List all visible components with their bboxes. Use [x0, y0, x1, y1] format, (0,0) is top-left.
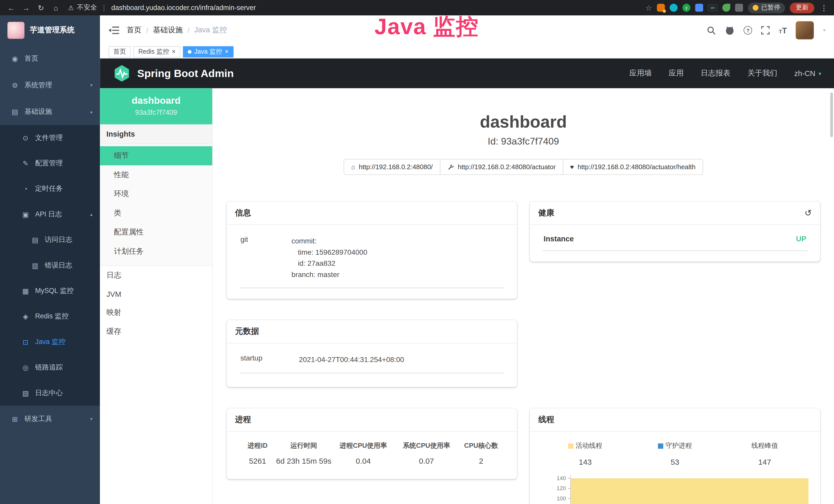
fullscreen-icon[interactable] [761, 26, 770, 35]
tabs-bar: 首页 Redis 监控 × Java 监控 × [100, 45, 834, 59]
extension-icon-on-switch[interactable]: on [708, 4, 717, 11]
health-url: http://192.168.0.2:48080/actuator/health [578, 163, 696, 171]
sba-language-select[interactable]: zh-CN ▾ [794, 69, 821, 77]
home-icon[interactable]: ⌂ [50, 2, 62, 14]
extension-icon-drop[interactable] [670, 4, 678, 12]
extension-icon-leaf[interactable] [722, 4, 730, 12]
sba-item-details[interactable]: 细节 [100, 146, 212, 165]
user-avatar[interactable] [796, 21, 814, 39]
sidebar-item-log-center[interactable]: ▧ 日志中心 [0, 380, 100, 406]
breadcrumb-home[interactable]: 首页 [127, 25, 141, 35]
tab-java-monitor[interactable]: Java 监控 × [183, 46, 233, 57]
timer-icon: ◔ [21, 185, 30, 193]
card-title: 信息 [226, 202, 517, 225]
file-icon: ⊙ [21, 134, 30, 142]
sba-brand[interactable]: Spring Boot Admin [113, 65, 234, 83]
extension-icon-grid[interactable] [695, 4, 703, 12]
reload-icon[interactable]: ↻ [35, 2, 47, 14]
config-icon: ✎ [21, 159, 30, 167]
breadcrumb-current: Java 监控 [194, 25, 227, 35]
sba-item-caches[interactable]: 缓存 [100, 322, 212, 342]
health-row-instance: Instance UP [543, 233, 807, 251]
sba-item-logs[interactable]: 日志 [100, 266, 212, 285]
sba-item-config-props[interactable]: 配置属性 [100, 223, 212, 242]
health-url-button[interactable]: ♥ http://192.168.0.2:48080/actuator/heal… [563, 159, 703, 175]
browser-update-button[interactable]: 更新 [790, 2, 814, 13]
sba-item-environment[interactable]: 环境 [100, 185, 212, 204]
sba-nav-about[interactable]: 关于我们 [747, 69, 777, 78]
help-icon[interactable]: ? [744, 26, 752, 35]
sba-item-jvm[interactable]: JVM [100, 285, 212, 303]
extensions-puzzle-icon[interactable] [735, 4, 743, 12]
main-column: 首页 / 基础设施 / Java 监控 [100, 16, 834, 504]
close-icon[interactable]: × [172, 48, 176, 55]
sidebar-item-error-logs[interactable]: ▥ 错误日志 [0, 253, 100, 278]
sba-item-mappings[interactable]: 映射 [100, 303, 212, 322]
sidebar-item-access-logs[interactable]: ▤ 访问日志 [0, 227, 100, 252]
history-icon[interactable]: ↺ [805, 208, 812, 218]
avatar-caret-icon[interactable]: ▾ [823, 28, 825, 33]
sba-nav-applications[interactable]: 应用 [669, 69, 684, 78]
sidebar-item-config-management[interactable]: ✎ 配置管理 [0, 151, 100, 176]
legend-label: 活动线程 [576, 441, 602, 450]
daemon-threads-value: 53 [630, 458, 720, 466]
url-text[interactable]: dashboard.yudao.iocoder.cn/infra/admin-s… [111, 4, 256, 12]
metadata-value: 2021-04-27T00:44:31.254+08:00 [299, 354, 503, 365]
sidebar-item-java-monitor[interactable]: ⊡ Java 监控 [0, 329, 100, 354]
chevron-up-icon: ▴ [90, 211, 92, 217]
redis-icon: ◈ [21, 313, 30, 320]
sba-item-classes[interactable]: 类 [100, 204, 212, 223]
git-time-line: time: 1596289704000 [291, 247, 503, 258]
sidebar-item-redis-monitor[interactable]: ◈ Redis 监控 [0, 303, 100, 329]
browser-menu-icon[interactable]: ⋮ [819, 3, 829, 12]
sba-nav-links: 应用墙 应用 日志报表 关于我们 zh-CN ▾ [629, 69, 821, 78]
browser-nav: ← → ↻ ⌂ [5, 2, 62, 14]
tab-label: 首页 [113, 47, 126, 56]
breadcrumb-infrastructure[interactable]: 基础设施 [153, 25, 183, 35]
metadata-card-body: startup 2021-04-27T00:44:31.254+08:00 [226, 344, 517, 387]
back-icon[interactable]: ← [5, 2, 17, 14]
sidebar-item-label: 定时任务 [35, 184, 63, 193]
process-col-header: CPU核心数 [458, 441, 504, 450]
sidebar-item-infrastructure[interactable]: ▤ 基础设施 ▴ [0, 98, 100, 125]
sidebar-item-scheduled-tasks[interactable]: ◔ 定时任务 [0, 176, 100, 201]
scrollbar[interactable] [830, 92, 833, 137]
sidebar-item-tracing[interactable]: ◎ 链路追踪 [0, 354, 100, 380]
sidebar-item-label: MySQL 监控 [35, 286, 74, 296]
sba-nav-journal[interactable]: 日志报表 [701, 69, 730, 78]
address-bar[interactable]: ⚠ 不安全 dashboard.yudao.iocoder.cn/infra/a… [68, 3, 256, 12]
card-title: 元数据 [226, 320, 517, 344]
search-icon[interactable] [707, 26, 716, 35]
tab-redis-monitor[interactable]: Redis 监控 × [134, 46, 180, 57]
sidebar-fold-icon[interactable] [108, 26, 119, 35]
sidebar-item-api-logs[interactable]: ▣ API 日志 ▴ [0, 202, 100, 227]
extension-icon-orange[interactable] [657, 4, 665, 12]
sba-nav-wallboard[interactable]: 应用墙 [629, 69, 652, 78]
github-icon[interactable] [725, 25, 734, 35]
close-icon[interactable]: × [225, 48, 228, 55]
sidebar-item-home[interactable]: ◉ 首页 [0, 45, 100, 72]
y-axis-tick: 140 [549, 475, 566, 481]
forward-icon[interactable]: → [20, 2, 32, 14]
tab-home[interactable]: 首页 [108, 46, 131, 57]
health-card-header: 健康 ↺ [530, 202, 820, 225]
metadata-row-startup: startup 2021-04-27T00:44:31.254+08:00 [239, 352, 504, 373]
bookmark-star-icon[interactable]: ☆ [645, 3, 652, 12]
error-log-icon: ▥ [31, 261, 39, 269]
git-id-line: id: 27aa832 [291, 258, 503, 269]
paused-profile-chip[interactable]: 已暂停 [748, 2, 785, 13]
sba-item-performance[interactable]: 性能 [100, 165, 212, 185]
log-center-icon: ▧ [21, 389, 30, 397]
extension-icon-green[interactable]: y [682, 4, 690, 12]
process-col-header: 运行时间 [276, 441, 332, 450]
sidebar-item-system[interactable]: ⚙ 系统管理 ▾ [0, 72, 100, 98]
app-logo[interactable]: 芋道管理系统 [0, 16, 100, 45]
active-tab-dot [188, 50, 191, 53]
service-url-button[interactable]: ⌂ http://192.168.0.2:48080/ [344, 159, 440, 175]
sidebar-item-mysql-monitor[interactable]: ▦ MySQL 监控 [0, 278, 100, 303]
sidebar-item-devtools[interactable]: ⊞ 研发工具 ▾ [0, 406, 100, 432]
font-size-icon[interactable]: TT [779, 26, 787, 35]
sba-item-scheduled-tasks[interactable]: 计划任务 [100, 242, 212, 261]
sidebar-item-file-management[interactable]: ⊙ 文件管理 [0, 125, 100, 151]
actuator-url-button[interactable]: http://192.168.0.2:48080/actuator [440, 159, 563, 175]
